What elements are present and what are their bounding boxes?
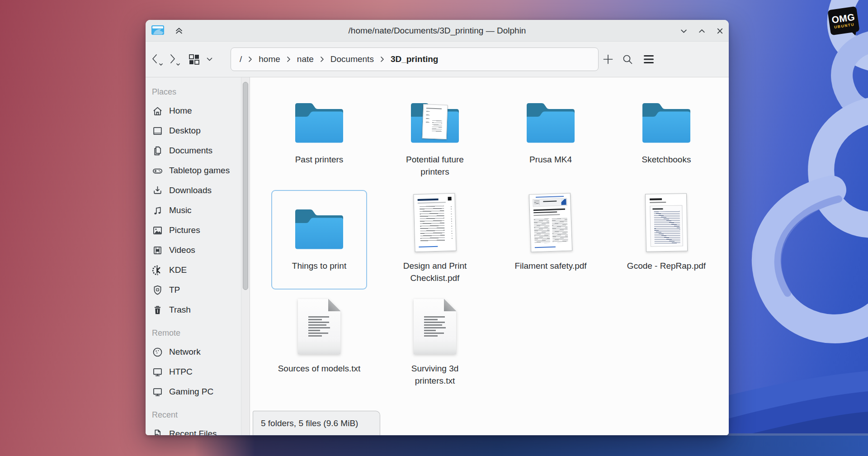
sidebar-item-gaming-pc[interactable]: Gaming PC	[146, 382, 250, 402]
hamburger-menu-button[interactable]	[641, 49, 657, 69]
file-item-label: Potential future printers	[393, 153, 477, 178]
file-item-label: Prusa MK4	[529, 153, 572, 166]
selection-highlight: Things to print	[271, 190, 367, 290]
location-bar[interactable]: / home nate Documents 3D_printing	[231, 48, 599, 71]
file-item-label: Sketchbooks	[642, 153, 691, 166]
sidebar-item-label: Desktop	[169, 126, 201, 136]
sidebar-item-tabletop-games[interactable]: Tabletop games	[146, 161, 250, 180]
desktop-icon	[152, 125, 163, 137]
status-bar: 5 folders, 5 files (9.6 MiB)	[253, 411, 380, 435]
file-item-label: Surviving 3d printers.txt	[393, 362, 477, 387]
file-item-label: Design and Print Checklist.pdf	[393, 260, 477, 284]
close-button[interactable]	[712, 23, 728, 38]
sidebar-item-label: Tabletop games	[169, 166, 230, 176]
monitor-icon	[152, 386, 163, 398]
sidebar-item-label: Documents	[169, 146, 212, 156]
sidebar-item-label: TP	[169, 285, 180, 295]
search-icon	[622, 53, 633, 65]
image-icon	[152, 225, 163, 236]
pdf-preview-icon	[530, 194, 571, 252]
sidebar-item-desktop[interactable]: Desktop	[146, 121, 250, 141]
monitor-icon	[152, 366, 163, 378]
shield-icon	[152, 285, 163, 296]
sidebar-item-htpc[interactable]: HTPC	[146, 362, 250, 382]
view-mode-dropdown[interactable]	[203, 49, 215, 69]
forward-button[interactable]	[165, 49, 179, 69]
sidebar-item-label: Home	[169, 106, 192, 116]
sidebar-scrollbar[interactable]	[241, 77, 250, 435]
kde-icon	[152, 265, 163, 276]
breadcrumb-separator-icon	[248, 56, 252, 62]
sidebar-item-pictures[interactable]: Pictures	[146, 220, 250, 240]
sidebar-scrollbar-thumb[interactable]	[243, 82, 248, 290]
sidebar-item-videos[interactable]: Videos	[146, 240, 250, 260]
plus-icon	[602, 53, 614, 65]
file-item-sketchbooks[interactable]: Sketchbooks	[609, 84, 724, 183]
sidebar-item-tp[interactable]: TP	[146, 280, 250, 300]
sidebar-item-label: Pictures	[169, 225, 200, 235]
view-mode-button[interactable]	[186, 49, 202, 69]
file-item-label: Sources of models.txt	[278, 362, 361, 375]
sidebar-item-music[interactable]: Music	[146, 200, 250, 220]
file-item-sources-of-models-txt[interactable]: Sources of models.txt	[261, 293, 377, 392]
text-file-icon	[414, 296, 456, 354]
breadcrumb-documents[interactable]: Documents	[330, 54, 374, 64]
sidebar-item-label: KDE	[169, 265, 187, 275]
sidebar-item-label: Network	[169, 347, 201, 357]
file-item-things-to-print[interactable]: Things to print	[261, 190, 377, 290]
sidebar-item-label: HTPC	[169, 367, 193, 377]
recent-files-icon	[152, 428, 163, 436]
window-content: Places Home Desktop	[146, 77, 729, 435]
folder-icon	[639, 87, 694, 145]
maximize-button[interactable]	[693, 23, 710, 38]
file-item-filament-safety-pdf[interactable]: Filament safety.pdf	[493, 190, 609, 290]
file-item-prusa-mk4[interactable]: Prusa MK4	[493, 84, 609, 183]
file-item-potential-future-printers[interactable]: Potential future printers	[377, 84, 493, 183]
forward-dropdown-icon	[176, 61, 180, 67]
breadcrumb-nate[interactable]: nate	[297, 54, 314, 64]
trash-icon	[152, 304, 163, 316]
file-item-surviving-3d-printers-txt[interactable]: Surviving 3d printers.txt	[377, 293, 493, 392]
sidebar-item-label: Recent Files	[169, 429, 217, 435]
sidebar-item-label: Downloads	[169, 185, 212, 195]
file-item-design-and-print-checklist-pdf[interactable]: Design and Print Checklist.pdf	[377, 190, 493, 290]
sidebar-item-downloads[interactable]: Downloads	[146, 180, 250, 200]
grid-view-icon	[188, 53, 200, 66]
section-header-recent: Recent	[146, 406, 250, 424]
places-panel: Places Home Desktop	[146, 77, 250, 435]
sidebar-item-network[interactable]: Network	[146, 342, 250, 362]
music-note-icon	[152, 205, 163, 216]
dolphin-app-icon	[151, 24, 165, 38]
sidebar-item-recent-files[interactable]: Recent Files	[146, 424, 250, 435]
breadcrumb-separator-icon	[287, 56, 291, 62]
wallpaper-bottom-band	[194, 433, 868, 456]
status-text: 5 folders, 5 files (9.6 MiB)	[261, 418, 358, 428]
sidebar-item-kde[interactable]: KDE	[146, 260, 250, 280]
file-item-past-printers[interactable]: Past printers	[261, 84, 377, 183]
section-header-remote: Remote	[146, 324, 250, 342]
breadcrumb-separator-icon	[380, 56, 384, 62]
breadcrumb-home[interactable]: home	[259, 54, 280, 64]
go-up-button[interactable]	[171, 23, 187, 38]
documents-icon	[152, 145, 163, 157]
home-icon	[152, 105, 163, 117]
omg-ubuntu-watermark: OMG UBUNTU	[827, 6, 859, 35]
search-button[interactable]	[619, 49, 636, 69]
toolbar: / home nate Documents 3D_printing	[146, 42, 729, 77]
desktop-wallpaper: OMG UBUNTU /home/nate/Docu	[0, 0, 868, 456]
minimize-button[interactable]	[675, 23, 692, 38]
file-item-gcode-reprap-pdf[interactable]: Gcode - RepRap.pdf	[609, 190, 724, 290]
section-header-places: Places	[146, 83, 250, 101]
sidebar-item-documents[interactable]: Documents	[146, 141, 250, 161]
back-button[interactable]	[148, 49, 162, 69]
titlebar[interactable]: /home/nate/Documents/3D_printing — Dolph…	[146, 20, 729, 42]
download-icon	[152, 185, 163, 196]
split-add-button[interactable]	[600, 49, 616, 69]
sidebar-item-label: Gaming PC	[169, 387, 213, 397]
gamepad-icon	[152, 165, 163, 176]
sidebar-item-trash[interactable]: Trash	[146, 300, 250, 320]
breadcrumb-separator-icon	[320, 56, 324, 62]
folder-view[interactable]: Past printers Potential future print	[250, 77, 729, 435]
sidebar-item-home[interactable]: Home	[146, 101, 250, 121]
breadcrumb-root[interactable]: /	[240, 54, 242, 64]
